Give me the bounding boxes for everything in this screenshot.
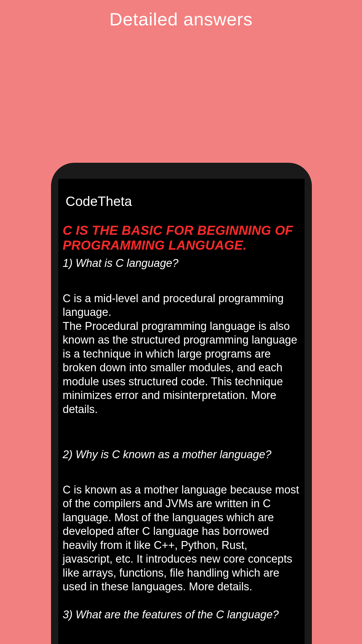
- question-1: 1) What is C language?: [61, 254, 302, 273]
- app-name: CodeTheta: [61, 179, 302, 218]
- answer-1: C is a mid-level and procedural programm…: [61, 290, 302, 428]
- spacer: [61, 273, 302, 290]
- spacer: [61, 624, 302, 641]
- spacer: [61, 428, 302, 445]
- question-2: 2) Why is C known as a mother language?: [61, 445, 302, 464]
- question-3: 3) What are the features of the C langua…: [61, 606, 302, 624]
- page-title: Detailed answers: [0, 0, 362, 29]
- phone-screen[interactable]: CodeTheta C IS THE BASIC FOR BEGINNING O…: [58, 179, 305, 644]
- answer-2: C is known as a mother language because …: [61, 482, 302, 606]
- phone-frame: CodeTheta C IS THE BASIC FOR BEGINNING O…: [51, 163, 312, 644]
- answer-3: The main features of C language are give…: [61, 641, 302, 644]
- content-heading: C IS THE BASIC FOR BEGINNING OF PROGRAMM…: [61, 218, 302, 254]
- spacer: [61, 464, 302, 482]
